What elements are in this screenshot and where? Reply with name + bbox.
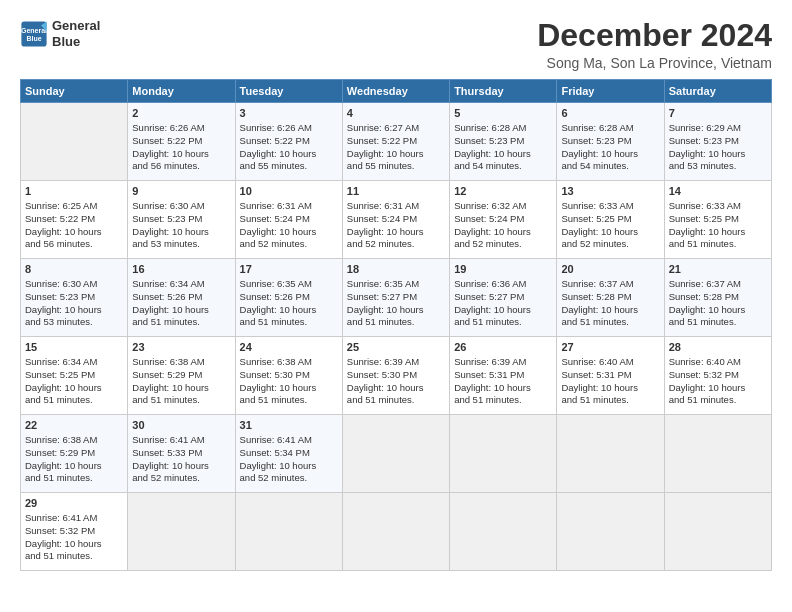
header-cell-thursday: Thursday [450, 80, 557, 103]
day-number: 10 [240, 184, 338, 199]
calendar-cell: 16Sunrise: 6:34 AMSunset: 5:26 PMDayligh… [128, 259, 235, 337]
title-block: December 2024 Song Ma, Son La Province, … [537, 18, 772, 71]
logo-text-blue: Blue [52, 34, 100, 50]
calendar-cell: 19Sunrise: 6:36 AMSunset: 5:27 PMDayligh… [450, 259, 557, 337]
week-row-3: 15Sunrise: 6:34 AMSunset: 5:25 PMDayligh… [21, 337, 772, 415]
calendar-cell: 1Sunrise: 6:25 AMSunset: 5:22 PMDaylight… [21, 181, 128, 259]
day-number: 18 [347, 262, 445, 277]
calendar-cell: 25Sunrise: 6:39 AMSunset: 5:30 PMDayligh… [342, 337, 449, 415]
week-row-2: 8Sunrise: 6:30 AMSunset: 5:23 PMDaylight… [21, 259, 772, 337]
header-cell-sunday: Sunday [21, 80, 128, 103]
subtitle: Song Ma, Son La Province, Vietnam [537, 55, 772, 71]
calendar-cell: 3Sunrise: 6:26 AMSunset: 5:22 PMDaylight… [235, 103, 342, 181]
day-number: 7 [669, 106, 767, 121]
calendar-cell: 28Sunrise: 6:40 AMSunset: 5:32 PMDayligh… [664, 337, 771, 415]
day-number: 12 [454, 184, 552, 199]
calendar-cell: 27Sunrise: 6:40 AMSunset: 5:31 PMDayligh… [557, 337, 664, 415]
day-number: 13 [561, 184, 659, 199]
calendar-cell: 6Sunrise: 6:28 AMSunset: 5:23 PMDaylight… [557, 103, 664, 181]
week-row-1: 1Sunrise: 6:25 AMSunset: 5:22 PMDaylight… [21, 181, 772, 259]
header-row: SundayMondayTuesdayWednesdayThursdayFrid… [21, 80, 772, 103]
day-number: 4 [347, 106, 445, 121]
calendar-cell: 4Sunrise: 6:27 AMSunset: 5:22 PMDaylight… [342, 103, 449, 181]
calendar-cell: 21Sunrise: 6:37 AMSunset: 5:28 PMDayligh… [664, 259, 771, 337]
day-number: 28 [669, 340, 767, 355]
week-row-0: 2Sunrise: 6:26 AMSunset: 5:22 PMDaylight… [21, 103, 772, 181]
calendar-cell: 7Sunrise: 6:29 AMSunset: 5:23 PMDaylight… [664, 103, 771, 181]
day-number: 27 [561, 340, 659, 355]
day-number: 26 [454, 340, 552, 355]
calendar-cell: 17Sunrise: 6:35 AMSunset: 5:26 PMDayligh… [235, 259, 342, 337]
calendar-cell: 9Sunrise: 6:30 AMSunset: 5:23 PMDaylight… [128, 181, 235, 259]
day-number: 31 [240, 418, 338, 433]
day-number: 11 [347, 184, 445, 199]
calendar-cell: 14Sunrise: 6:33 AMSunset: 5:25 PMDayligh… [664, 181, 771, 259]
header-cell-monday: Monday [128, 80, 235, 103]
calendar-cell [664, 415, 771, 493]
calendar-cell: 11Sunrise: 6:31 AMSunset: 5:24 PMDayligh… [342, 181, 449, 259]
logo-icon: General Blue [20, 20, 48, 48]
day-number: 9 [132, 184, 230, 199]
calendar-cell: 10Sunrise: 6:31 AMSunset: 5:24 PMDayligh… [235, 181, 342, 259]
calendar-cell [450, 493, 557, 571]
header-cell-friday: Friday [557, 80, 664, 103]
calendar-cell: 23Sunrise: 6:38 AMSunset: 5:29 PMDayligh… [128, 337, 235, 415]
calendar-cell: 26Sunrise: 6:39 AMSunset: 5:31 PMDayligh… [450, 337, 557, 415]
day-number: 20 [561, 262, 659, 277]
calendar-cell: 8Sunrise: 6:30 AMSunset: 5:23 PMDaylight… [21, 259, 128, 337]
calendar-cell [664, 493, 771, 571]
calendar-cell: 5Sunrise: 6:28 AMSunset: 5:23 PMDaylight… [450, 103, 557, 181]
day-number: 3 [240, 106, 338, 121]
logo-text-general: General [52, 18, 100, 34]
day-number: 29 [25, 496, 123, 511]
calendar-cell [128, 493, 235, 571]
day-number: 21 [669, 262, 767, 277]
day-number: 5 [454, 106, 552, 121]
calendar-cell: 13Sunrise: 6:33 AMSunset: 5:25 PMDayligh… [557, 181, 664, 259]
calendar-cell [342, 493, 449, 571]
calendar-cell: 30Sunrise: 6:41 AMSunset: 5:33 PMDayligh… [128, 415, 235, 493]
day-number: 24 [240, 340, 338, 355]
week-row-5: 29Sunrise: 6:41 AMSunset: 5:32 PMDayligh… [21, 493, 772, 571]
day-number: 8 [25, 262, 123, 277]
header: General Blue General Blue December 2024 … [20, 18, 772, 71]
day-number: 19 [454, 262, 552, 277]
day-number: 25 [347, 340, 445, 355]
calendar-table: SundayMondayTuesdayWednesdayThursdayFrid… [20, 79, 772, 571]
day-number: 23 [132, 340, 230, 355]
calendar-cell: 24Sunrise: 6:38 AMSunset: 5:30 PMDayligh… [235, 337, 342, 415]
page: General Blue General Blue December 2024 … [0, 0, 792, 581]
day-number: 15 [25, 340, 123, 355]
calendar-cell: 29Sunrise: 6:41 AMSunset: 5:32 PMDayligh… [21, 493, 128, 571]
day-number: 30 [132, 418, 230, 433]
day-number: 6 [561, 106, 659, 121]
day-number: 1 [25, 184, 123, 199]
calendar-cell [342, 415, 449, 493]
week-row-4: 22Sunrise: 6:38 AMSunset: 5:29 PMDayligh… [21, 415, 772, 493]
day-number: 14 [669, 184, 767, 199]
calendar-cell [21, 103, 128, 181]
calendar-cell [450, 415, 557, 493]
logo: General Blue General Blue [20, 18, 100, 49]
calendar-cell [557, 493, 664, 571]
header-cell-wednesday: Wednesday [342, 80, 449, 103]
day-number: 2 [132, 106, 230, 121]
calendar-cell: 15Sunrise: 6:34 AMSunset: 5:25 PMDayligh… [21, 337, 128, 415]
calendar-cell: 18Sunrise: 6:35 AMSunset: 5:27 PMDayligh… [342, 259, 449, 337]
header-cell-saturday: Saturday [664, 80, 771, 103]
calendar-cell: 20Sunrise: 6:37 AMSunset: 5:28 PMDayligh… [557, 259, 664, 337]
calendar-cell [235, 493, 342, 571]
day-number: 16 [132, 262, 230, 277]
calendar-cell: 31Sunrise: 6:41 AMSunset: 5:34 PMDayligh… [235, 415, 342, 493]
main-title: December 2024 [537, 18, 772, 53]
calendar-cell: 22Sunrise: 6:38 AMSunset: 5:29 PMDayligh… [21, 415, 128, 493]
header-cell-tuesday: Tuesday [235, 80, 342, 103]
calendar-cell: 2Sunrise: 6:26 AMSunset: 5:22 PMDaylight… [128, 103, 235, 181]
day-number: 22 [25, 418, 123, 433]
svg-text:Blue: Blue [26, 35, 41, 42]
calendar-cell [557, 415, 664, 493]
calendar-cell: 12Sunrise: 6:32 AMSunset: 5:24 PMDayligh… [450, 181, 557, 259]
day-number: 17 [240, 262, 338, 277]
